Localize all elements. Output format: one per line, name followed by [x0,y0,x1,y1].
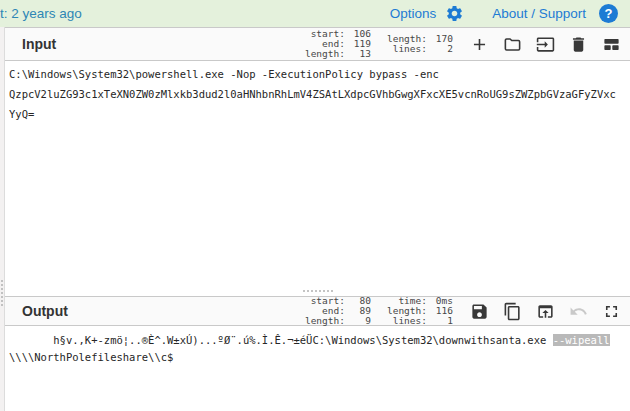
stat-value: 2 [432,44,453,54]
input-header: Input start:106 end:119 length:13 length… [5,27,630,61]
input-pane: Input start:106 end:119 length:13 length… [5,27,630,286]
output-pane-title: Output [22,303,68,319]
stat-value: 9 [350,316,371,326]
options-button[interactable]: Options [390,6,437,21]
input-toolbar [470,35,621,54]
add-input-icon[interactable] [470,35,489,54]
last-build-link[interactable]: t: 2 years ago [0,6,82,21]
output-pane: Output start:80 end:89 length:9 time:0ms… [5,296,630,411]
vertical-splitter-grip [1,280,3,306]
output-doc-stats: time:0ms length:116 lines:1 [387,296,453,326]
output-text: h§v.,K+-zmö¦..®È^.W±xÚ)...ºØ¨.ú%.Ì.Ê.¬±é… [9,334,553,346]
input-pane-title: Input [22,36,56,52]
vertical-splitter[interactable] [0,27,5,411]
io-column: Input start:106 end:119 length:13 length… [5,27,630,411]
input-stats: start:106 end:119 length:13 length:170 l… [305,29,453,59]
reset-layout-icon[interactable] [602,35,621,54]
copy-output-icon[interactable] [503,302,522,321]
banner-links: Options About / Support ? [390,4,618,23]
open-input-icon[interactable] [536,35,555,54]
stat-label: length: [305,316,345,326]
stat-label: length: [305,49,345,59]
cyberchef-app: t: 2 years ago Options About / Support ?… [0,0,630,411]
input-selection-stats: start:106 end:119 length:13 [305,29,371,59]
gear-icon[interactable] [445,4,464,23]
output-selection: --wipeall [553,334,610,346]
help-icon[interactable]: ? [599,4,618,23]
clear-io-icon[interactable] [569,35,588,54]
stat-label: lines: [387,44,427,54]
save-output-icon[interactable] [470,302,489,321]
stat-value: 13 [350,49,371,59]
update-banner: t: 2 years ago Options About / Support ? [0,0,630,27]
about-support-link[interactable]: About / Support [492,6,586,21]
replace-input-icon[interactable] [536,302,555,321]
maximise-output-icon[interactable] [602,302,621,321]
main-area: Input start:106 end:119 length:13 length… [0,27,630,411]
stat-value: 1 [432,316,453,326]
output-textarea[interactable]: h§v.,K+-zmö¦..®È^.W±xÚ)...ºØ¨.ú%.Ì.Ê.¬±é… [5,326,630,411]
io-splitter-grip [303,290,333,292]
output-stats: start:80 end:89 length:9 time:0ms length… [305,296,453,326]
stat-label: lines: [387,316,427,326]
input-line: C:\Windows\System32\powershell.exe -Nop … [9,64,626,84]
output-line: h§v.,K+-zmö¦..®È^.W±xÚ)...ºØ¨.ú%.Ì.Ê.¬±é… [9,332,626,349]
output-selection-stats: start:80 end:89 length:9 [305,296,371,326]
open-file-icon[interactable] [503,35,522,54]
input-line: QzpcV2luZG93c1xTeXN0ZW0zMlxkb3dud2l0aHNh… [9,84,626,104]
input-textarea[interactable]: C:\Windows\System32\powershell.exe -Nop … [5,61,630,286]
undo-icon[interactable] [569,302,588,321]
output-line: \\\\NorthPolefileshare\\c$ [9,349,626,366]
output-toolbar [470,302,621,321]
input-doc-stats: length:170 lines:2 [387,34,453,54]
output-header: Output start:80 end:89 length:9 time:0ms… [5,296,630,326]
input-line: YyQ= [9,104,626,124]
